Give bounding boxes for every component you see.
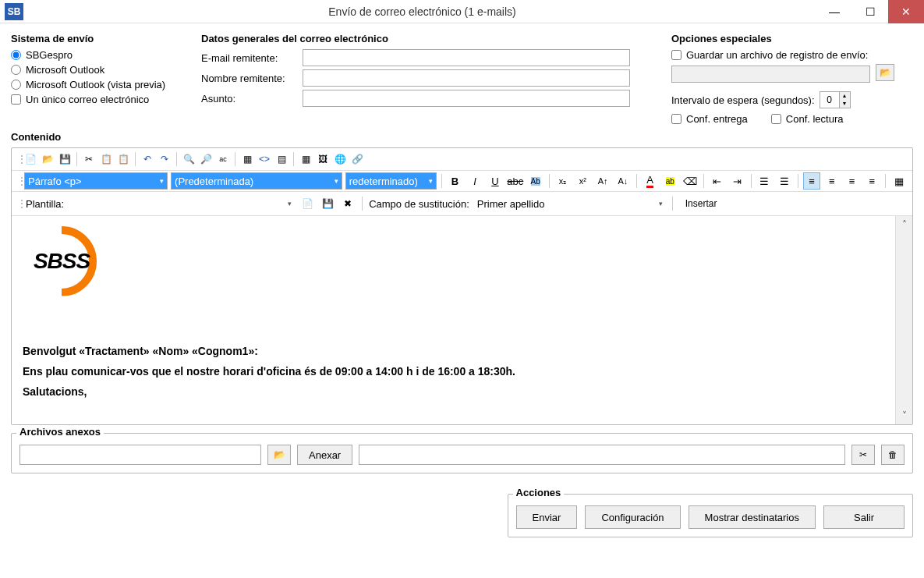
radio-sbgespro-input[interactable] — [11, 50, 21, 60]
anexar-button[interactable]: Anexar — [297, 445, 352, 465]
input-asunto[interactable] — [303, 90, 630, 107]
replace-text-button[interactable]: ac — [215, 151, 231, 167]
redo-button[interactable]: ↷ — [157, 151, 172, 167]
acciones-box: Acciones Enviar Configuración Mostrar de… — [508, 494, 913, 537]
paste-button[interactable]: 📋 — [115, 151, 131, 167]
check-lectura[interactable]: Conf. lectura — [771, 113, 844, 125]
radio-outlook-preview[interactable]: Microsoft Outlook (vista previa) — [11, 79, 190, 90]
outdent-button[interactable]: ⇤ — [709, 172, 726, 190]
combo-campo[interactable]: Primer apellido▾ — [474, 195, 666, 212]
remove-icon: 🗑 — [888, 449, 897, 460]
cut-button[interactable]: ✂ — [81, 151, 97, 167]
editor-area[interactable]: SBSS Benvolgut «Tractament» «Nom» «Cogno… — [12, 215, 912, 424]
view3-button[interactable]: ▤ — [274, 151, 289, 167]
editor-content[interactable]: SBSS Benvolgut «Tractament» «Nom» «Cogno… — [12, 216, 895, 424]
find-button[interactable]: 🔍 — [181, 151, 196, 167]
combo-font[interactable]: (Predeterminada)▾ — [171, 172, 342, 190]
spinner-down-icon[interactable]: ▼ — [840, 100, 850, 108]
spinner-intervalo[interactable]: ▲ ▼ — [820, 91, 851, 108]
salir-button[interactable]: Salir — [823, 505, 905, 529]
image-button[interactable]: 🖼 — [315, 151, 331, 167]
enviar-button[interactable]: Enviar — [516, 505, 578, 529]
mostrar-destinatarios-button[interactable]: Mostrar destinatarios — [689, 505, 816, 529]
spinner-intervalo-input[interactable] — [820, 92, 839, 108]
configuracion-button[interactable]: Configuración — [585, 505, 680, 529]
cut-icon: ✂ — [85, 154, 93, 165]
scroll-down-icon[interactable]: ˅ — [902, 410, 907, 421]
highlight-button[interactable]: Ab — [527, 172, 544, 190]
remove-anexo-button[interactable]: 🗑 — [881, 445, 905, 465]
cut-anexo-button[interactable]: ✂ — [851, 445, 875, 465]
clear-format-button[interactable]: ⌫ — [681, 172, 699, 190]
combo-paragraph[interactable]: Párrafo <p>▾ — [24, 172, 168, 190]
undo-button[interactable]: ↶ — [140, 151, 155, 167]
superscript-button[interactable]: x² — [574, 172, 591, 190]
font-grow-button[interactable]: A↑ — [594, 172, 611, 190]
grip-icon: ⋮ — [16, 175, 21, 187]
logo-text: SBSS — [34, 249, 90, 274]
input-nombre[interactable] — [303, 69, 630, 87]
subscript-button[interactable]: x₂ — [554, 172, 572, 190]
new-doc-button[interactable]: 📄 — [23, 151, 38, 167]
spinner-up-icon[interactable]: ▲ — [840, 92, 850, 100]
bullet-list-button[interactable]: ☰ — [756, 172, 774, 190]
chevron-down-icon: ▾ — [283, 200, 292, 207]
radio-outlook-input[interactable] — [11, 65, 21, 75]
input-anexo-path[interactable] — [19, 445, 261, 465]
link-button[interactable]: 🔗 — [349, 151, 365, 167]
maximize-button[interactable]: ☐ — [852, 0, 888, 23]
italic-button[interactable]: I — [466, 172, 483, 190]
save-button[interactable]: 💾 — [57, 151, 73, 167]
bold-button[interactable]: B — [446, 172, 463, 190]
number-list-button[interactable]: ☰ — [776, 172, 793, 190]
scroll-up-icon[interactable]: ˄ — [902, 219, 907, 230]
font-grow-icon: A↑ — [598, 176, 608, 186]
grip-icon: ⋮ — [16, 153, 21, 165]
grid-icon: ▦ — [243, 154, 252, 165]
check-guardar[interactable]: Guardar un archivo de registro de envío: — [671, 49, 913, 61]
underline-button[interactable]: U — [487, 172, 504, 190]
open-button[interactable]: 📂 — [40, 151, 55, 167]
font-shrink-button[interactable]: A↓ — [614, 172, 632, 190]
view1-button[interactable]: ▦ — [239, 151, 255, 167]
plantilla-new-button[interactable]: 📄 — [299, 196, 315, 211]
globe-button[interactable]: 🌐 — [332, 151, 348, 167]
browse-registro-button[interactable]: 📂 — [876, 64, 894, 81]
browse-anexo-button[interactable]: 📂 — [267, 445, 291, 465]
input-anexo-list[interactable] — [359, 445, 845, 465]
combo-size[interactable]: redeterminado)▾ — [345, 172, 437, 190]
close-button[interactable]: ✕ — [888, 0, 924, 23]
italic-icon: I — [473, 176, 476, 187]
check-guardar-input[interactable] — [671, 50, 681, 60]
check-entrega[interactable]: Conf. entrega — [671, 113, 748, 125]
input-remitente[interactable] — [303, 49, 630, 66]
align-right-button[interactable]: ≡ — [844, 172, 861, 190]
find-replace-button[interactable]: 🔎 — [198, 151, 214, 167]
table-button[interactable]: ▦ — [298, 151, 313, 167]
align-right-icon: ≡ — [849, 176, 855, 187]
radio-outlook[interactable]: Microsoft Outlook — [11, 64, 190, 76]
copy-button[interactable]: 📋 — [98, 151, 114, 167]
editor-scrollbar[interactable]: ˄ ˅ — [895, 216, 912, 424]
more-button[interactable]: ▦ — [890, 172, 908, 190]
check-entrega-input[interactable] — [671, 114, 681, 124]
check-unico[interactable]: Un único correo electrónico — [11, 94, 190, 105]
plantilla-save-button[interactable]: 💾 — [320, 196, 335, 211]
align-center-button[interactable]: ≡ — [823, 172, 841, 190]
bg-color-button[interactable]: ab — [661, 172, 678, 190]
indent-button[interactable]: ⇥ — [729, 172, 746, 190]
btn-insertar[interactable]: Insertar — [679, 197, 724, 211]
align-justify-button[interactable]: ≡ — [863, 172, 880, 190]
minimize-button[interactable]: — — [816, 0, 852, 23]
radio-sbgespro[interactable]: SBGespro — [11, 49, 190, 61]
plantilla-delete-button[interactable]: ✖ — [340, 196, 356, 211]
strike-button[interactable]: abc — [507, 172, 524, 190]
check-unico-input[interactable] — [11, 94, 21, 105]
view2-button[interactable]: <> — [257, 151, 272, 167]
radio-outlook-preview-input[interactable] — [11, 80, 21, 90]
align-left-button[interactable]: ≡ — [803, 172, 820, 190]
font-color-button[interactable]: A — [642, 172, 659, 190]
check-lectura-input[interactable] — [771, 114, 781, 124]
combo-plantilla[interactable]: ▾ — [69, 195, 295, 212]
input-registro[interactable] — [671, 66, 870, 83]
